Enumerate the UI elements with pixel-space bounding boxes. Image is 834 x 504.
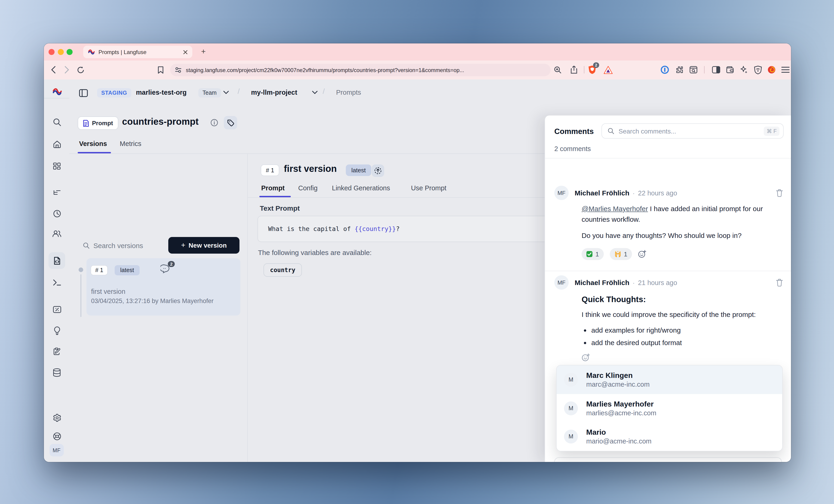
datasets-database-icon[interactable] (52, 367, 62, 377)
breadcrumb-separator-2: / (323, 87, 325, 96)
vpn-shield-icon[interactable] (753, 65, 762, 74)
tag-button[interactable] (224, 116, 237, 129)
breadcrumb-org[interactable]: marlies-test-org (136, 89, 186, 96)
bookmark-icon[interactable] (156, 65, 165, 74)
minimize-window-button[interactable] (58, 49, 64, 55)
brave-shield-icon[interactable]: 2 (588, 65, 597, 74)
share-icon[interactable] (569, 65, 578, 74)
section-title: Text Prompt (260, 204, 300, 212)
comments-count: 2 comments (554, 145, 591, 153)
version-number-badge: # 1 (91, 265, 108, 275)
tab-title: Prompts | Langfuse (98, 49, 183, 55)
tab-prompt[interactable]: Prompt (261, 184, 285, 192)
user-email: marc@acme-inc.com (586, 380, 650, 389)
delete-comment-icon[interactable] (776, 278, 784, 287)
search-shortcut-badge: ⌘ F (764, 127, 780, 136)
tab-versions[interactable]: Versions (79, 140, 107, 147)
reaction-check-pill[interactable]: 1 (581, 248, 603, 260)
add-reaction-row (581, 353, 784, 362)
version-list-item[interactable]: # 1 latest 2 first version 03/04/2025, 1… (86, 258, 240, 316)
back-button[interactable] (48, 65, 58, 74)
new-version-button[interactable]: + New version (168, 237, 240, 254)
reaction-count: 1 (624, 251, 627, 257)
settings-gear-icon[interactable] (52, 413, 62, 423)
tracing-tree-icon[interactable] (52, 188, 62, 199)
app-content: MF STAGING marlies-test-org Team / my-ll… (44, 79, 791, 462)
evals-lightbulb-icon[interactable] (52, 325, 62, 336)
langfuse-logo-icon[interactable] (52, 86, 62, 96)
user-avatar[interactable]: MF (49, 444, 64, 456)
timeline-line (81, 274, 81, 317)
dashboards-grid-icon[interactable] (52, 161, 62, 171)
comment-input[interactable]: What are your thoughts @Mar (554, 457, 782, 462)
users-icon[interactable] (52, 228, 62, 238)
menu-hamburger-icon[interactable] (781, 65, 790, 74)
tab-metrics[interactable]: Metrics (120, 140, 141, 147)
project-chevron-down-icon[interactable] (312, 91, 317, 94)
versions-search-input[interactable]: Search versions (93, 242, 143, 249)
new-tab-button[interactable]: + (198, 46, 209, 57)
add-reaction-icon[interactable] (581, 353, 784, 362)
zoom-page-icon[interactable] (553, 65, 562, 74)
comments-title: Comments (554, 127, 594, 136)
org-chevron-down-icon[interactable] (223, 91, 229, 94)
toolbar-divider (584, 66, 584, 73)
mention-link[interactable]: @Marlies Mayerhofer (581, 205, 648, 212)
leo-ai-sparkle-icon[interactable] (739, 65, 748, 74)
sidebar-item-prompts-active[interactable] (48, 252, 65, 269)
browser-tab[interactable]: Prompts | Langfuse (83, 46, 192, 58)
comments-panel: Comments Search comments... ⌘ F 2 commen… (545, 115, 791, 462)
close-window-button[interactable] (48, 49, 54, 55)
breadcrumb-project[interactable]: my-llm-project (251, 89, 297, 96)
versions-panel: Search versions + New version # 1 latest… (69, 153, 247, 462)
version-meta: 03/04/2025, 13:27:16 by Marlies Mayerhof… (91, 298, 214, 304)
user-avatar: M (564, 430, 578, 443)
mention-option-mario[interactable]: M Mario mario@acme-inc.com (556, 422, 782, 451)
url-bar[interactable]: staging.langfuse.com/project/cm22fk0w700… (170, 64, 551, 76)
versions-search-icon (83, 242, 90, 249)
close-tab-icon[interactable] (183, 50, 188, 54)
delete-comment-icon[interactable] (776, 189, 784, 197)
bat-rewards-icon[interactable] (603, 65, 613, 74)
mention-option-marlies[interactable]: M Marlies Mayerhofer marlies@acme-inc.co… (556, 394, 782, 422)
browser-window: Prompts | Langfuse + staging.langfuse.co… (44, 43, 791, 462)
comment-author: Michael Fröhlich (575, 279, 630, 287)
search-tabs-icon[interactable] (689, 65, 698, 74)
mention-option-marc[interactable]: M Marc Klingen marc@acme-inc.com (556, 365, 782, 394)
tab-use-prompt[interactable]: Use Prompt (411, 184, 446, 192)
version-latest-badge: latest (115, 265, 139, 275)
extensions-puzzle-icon[interactable] (675, 65, 684, 74)
zoom-window-button[interactable] (66, 49, 72, 55)
detail-version-badge: # 1 (261, 164, 279, 176)
reaction-hands-pill[interactable]: 1 (610, 248, 632, 260)
comments-search-input[interactable]: Search comments... ⌘ F (601, 123, 784, 139)
add-reaction-icon[interactable] (638, 250, 646, 258)
site-settings-icon[interactable] (175, 67, 182, 73)
forward-button[interactable] (62, 65, 71, 74)
sidebar-toggle-icon[interactable] (711, 65, 721, 74)
panel-toggle-icon[interactable] (79, 88, 88, 97)
tab-linked-generations[interactable]: Linked Generations (332, 184, 390, 192)
sidebar-divider (44, 98, 69, 98)
search-icon[interactable] (52, 117, 62, 127)
reload-button[interactable] (76, 65, 85, 74)
comment-author: Michael Fröhlich (575, 189, 630, 197)
support-lifebuoy-icon[interactable] (52, 431, 62, 441)
home-icon[interactable] (52, 139, 62, 149)
annotation-clipboard-icon[interactable] (52, 346, 62, 357)
wallet-icon[interactable] (725, 65, 734, 74)
scores-chart-icon[interactable] (52, 304, 62, 315)
promote-version-button[interactable] (372, 164, 384, 177)
comment-item: MF Michael Fröhlich · 21 hours ago Quick… (554, 275, 784, 362)
firefox-relay-swirl-icon[interactable] (767, 65, 776, 74)
playground-terminal-icon[interactable] (52, 277, 62, 287)
tab-config[interactable]: Config (298, 184, 317, 192)
comments-search-placeholder: Search comments... (619, 127, 764, 135)
version-comment-count-badge: 2 (168, 261, 175, 267)
info-icon[interactable] (210, 119, 218, 127)
sessions-clock-icon[interactable] (52, 208, 62, 219)
comment-header: MF Michael Fröhlich · 22 hours ago (554, 186, 784, 200)
password-manager-icon[interactable] (660, 65, 670, 74)
version-name: first version (91, 288, 125, 295)
prompt-content-box[interactable]: What is the capital of {{country}}? (258, 216, 564, 242)
